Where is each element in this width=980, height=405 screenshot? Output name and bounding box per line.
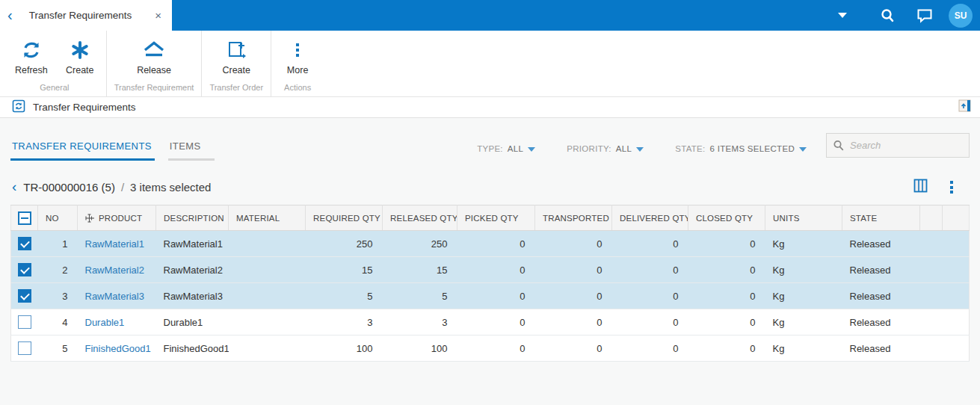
table-row[interactable]: 1 RawMaterial1 RawMaterial1 250 250 0 0 … [11,231,970,257]
cell-closed-qty: 0 [688,257,765,283]
search-icon[interactable] [874,2,901,29]
product-link[interactable]: RawMaterial2 [85,265,144,276]
row-checkbox[interactable] [18,315,31,329]
column-header-product[interactable]: PRODUCT [78,205,156,231]
state-filter-value: 6 ITEMS SELECTED [710,144,795,153]
column-header-no[interactable]: NO [38,205,78,231]
create-document-icon [226,37,247,64]
avatar[interactable]: SU [949,4,973,28]
column-header-required-qty[interactable]: REQUIRED QTY [306,205,383,231]
column-header-delivered-qty[interactable]: DELIVERED QTY [612,205,688,231]
cell-units: Kg [765,283,842,309]
create-transfer-order-button[interactable]: Create [215,35,258,78]
cell-units: Kg [765,257,842,283]
row-checkbox[interactable] [18,289,31,303]
search-box [826,133,970,158]
cell-state: Released [842,336,920,362]
cell-picked-qty: 0 [457,309,535,336]
cell-required-qty: 15 [306,257,383,283]
product-link[interactable]: RawMaterial1 [85,238,144,250]
cell-description: FinishedGood1 [156,336,229,362]
column-header-closed-qty[interactable]: CLOSED QTY [688,205,765,231]
group-label-transfer-order: Transfer Order [206,78,266,96]
cell-transported-qty: 0 [535,231,612,257]
cell-picked-qty: 0 [457,257,535,283]
select-all-checkbox[interactable] [18,211,31,225]
product-link[interactable]: RawMaterial3 [85,291,144,302]
cell-units: Kg [765,336,842,362]
topbar: ‹ Transfer Requirements × SU [0,0,980,31]
row-checkbox[interactable] [18,263,31,276]
document-tab[interactable]: Transfer Requirements × [19,9,172,22]
column-header-state[interactable]: STATE [842,205,920,231]
table-row[interactable]: 4 Durable1 Durable1 3 3 0 0 0 0 Kg Relea… [11,309,970,336]
search-input[interactable] [850,140,962,151]
type-filter[interactable]: TYPE: ALL [477,144,535,153]
row-checkbox[interactable] [18,237,31,250]
create-button[interactable]: Create [58,35,102,78]
column-header-picked-qty[interactable]: PICKED QTY [457,205,535,231]
breadcrumb-back-icon[interactable]: ‹ [12,179,16,194]
cell-material [229,283,306,309]
back-chevron-icon[interactable]: ‹ [0,7,19,24]
cell-required-qty: 250 [306,231,383,257]
breadcrumb-selection-count: 3 items selected [130,181,211,194]
release-icon [141,37,167,64]
expand-panel-icon[interactable] [958,99,971,115]
column-header-empty [920,205,943,231]
cell-delivered-qty: 0 [612,231,688,257]
chevron-down-icon [528,147,535,152]
chevron-down-icon[interactable] [838,13,847,18]
cell-picked-qty: 0 [457,283,535,309]
cell-material [229,231,306,257]
cell-state: Released [842,309,920,336]
cell-state: Released [842,257,920,283]
document-tab-title: Transfer Requirements [29,10,132,21]
state-filter[interactable]: STATE: 6 ITEMS SELECTED [675,144,807,153]
column-header-released-qty[interactable]: RELEASED QTY [383,205,457,231]
more-dots-icon [296,37,299,64]
ribbon-group-general: Refresh Create General [3,31,107,96]
column-header-material[interactable]: MATERIAL [229,205,306,231]
chevron-down-icon [799,147,807,152]
tab-transfer-requirements[interactable]: TRANSFER REQUIREMENTS [10,137,155,161]
cell-no: 3 [38,283,78,309]
close-icon[interactable]: × [153,9,163,22]
page-title: Transfer Requirements [33,102,958,113]
table-row[interactable]: 5 FinishedGood1 FinishedGood1 100 100 0 … [11,336,970,362]
column-header-units[interactable]: UNITS [765,205,842,231]
cell-no: 2 [38,257,78,283]
more-button[interactable]: More [276,35,319,78]
topbar-tab-zone: ‹ Transfer Requirements × [0,0,172,31]
cell-material [229,336,306,362]
cell-picked-qty: 0 [457,231,535,257]
type-filter-label: TYPE: [477,144,503,153]
breadcrumb-record-id: TR-000000016 (5) [23,181,115,194]
transfer-requirements-module-icon [12,99,25,116]
asterisk-icon [70,37,90,64]
column-header-description[interactable]: DESCRIPTION [156,205,229,231]
search-icon [833,140,845,152]
view-tabs: TRANSFER REQUIREMENTS ITEMS [10,137,215,161]
cell-transported-qty: 0 [535,309,612,336]
priority-filter[interactable]: PRIORITY: ALL [567,144,644,153]
table-row[interactable]: 3 RawMaterial3 RawMaterial3 5 5 0 0 0 0 … [11,283,970,309]
table-row[interactable]: 2 RawMaterial2 RawMaterial2 15 15 0 0 0 … [11,257,970,283]
product-link[interactable]: Durable1 [85,317,125,328]
refresh-button[interactable]: Refresh [7,35,55,78]
feedback-chat-icon[interactable] [911,2,938,29]
column-chooser-icon[interactable] [913,179,928,196]
column-header-transported-qty[interactable]: TRANSPORTED QT [535,205,612,231]
cell-transported-qty: 0 [535,257,612,283]
grid-more-options-icon[interactable] [950,181,953,194]
cell-product: RawMaterial1 [78,231,156,257]
product-link[interactable]: FinishedGood1 [85,343,151,354]
cell-state: Released [842,283,920,309]
row-checkbox[interactable] [18,341,31,355]
cell-description: RawMaterial3 [156,283,229,309]
group-label-transfer-requirement: Transfer Requirement [111,78,197,96]
cell-no: 4 [38,309,78,336]
release-button[interactable]: Release [122,35,186,78]
tab-items[interactable]: ITEMS [168,137,215,161]
transfer-requirements-table: NO PRODUCT DESCRIPTION MATERIAL REQUIRED… [10,205,970,362]
